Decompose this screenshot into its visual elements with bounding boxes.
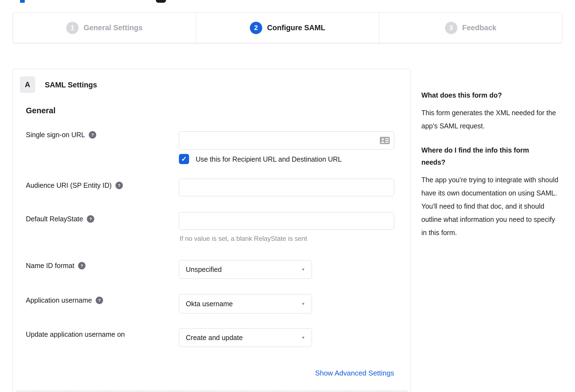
app-username-select[interactable]: Okta username ▼ (179, 294, 312, 313)
audience-uri-label: Audience URI (SP Entity ID) ? (26, 181, 123, 189)
section-divider (16, 391, 407, 391)
audience-uri-label-text: Audience URI (SP Entity ID) (26, 181, 112, 189)
app-username-help-icon[interactable]: ? (96, 297, 103, 304)
sso-url-input[interactable] (179, 131, 394, 150)
step-1-label: General Settings (84, 24, 143, 32)
relaystate-help-icon[interactable]: ? (87, 215, 94, 223)
relaystate-input[interactable] (179, 212, 394, 230)
sidebar-heading-where: Where do I find the info this form needs… (421, 144, 548, 168)
step-configure-saml[interactable]: 2 Configure SAML (196, 13, 379, 43)
sso-url-input-wrap (179, 131, 394, 150)
audience-uri-input[interactable] (179, 179, 394, 196)
use-for-recipient-label[interactable]: Use this for Recipient URL and Destinati… (196, 155, 342, 163)
sso-url-label-text: Single sign-on URL (26, 131, 85, 139)
nameid-format-help-icon[interactable]: ? (78, 262, 85, 269)
step-3-circle: 3 (445, 22, 457, 34)
app-username-label-text: Application username (26, 296, 92, 304)
update-username-label-text: Update application username on (26, 330, 125, 338)
nameid-format-label: Name ID format ? (26, 262, 85, 270)
nameid-format-label-text: Name ID format (26, 262, 74, 270)
header-icon-fragment (156, 0, 166, 3)
show-advanced-settings-link[interactable]: Show Advanced Settings (315, 369, 394, 377)
nameid-format-value: Unspecified (186, 266, 222, 274)
relaystate-label: Default RelayState ? (26, 215, 94, 223)
app-username-value: Okta username (186, 300, 233, 308)
step-1-circle: 1 (66, 22, 79, 34)
step-2-label: Configure SAML (267, 24, 325, 32)
nameid-format-select[interactable]: Unspecified ▼ (179, 260, 312, 279)
contact-card-icon[interactable] (380, 137, 390, 144)
sso-url-help-icon[interactable]: ? (89, 131, 96, 139)
relaystate-hint: If no value is set, a blank RelayState i… (179, 235, 307, 242)
relaystate-input-wrap (179, 212, 394, 230)
step-2-circle: 2 (250, 22, 262, 34)
audience-uri-help-icon[interactable]: ? (115, 182, 123, 189)
sidebar-heading-what: What does this form do? (421, 89, 559, 101)
section-a-badge: A (20, 76, 35, 93)
app-username-label: Application username ? (26, 296, 103, 304)
panel-title: SAML Settings (45, 81, 97, 89)
audience-uri-input-wrap (179, 179, 394, 196)
step-3-label: Feedback (462, 24, 497, 32)
update-username-select[interactable]: Create and update ▼ (179, 328, 312, 347)
sidebar-body-what: This form generates the XML needed for t… (421, 106, 557, 132)
chevron-down-icon: ▼ (301, 335, 305, 340)
sso-url-label: Single sign-on URL ? (26, 131, 96, 139)
update-username-value: Create and update (186, 334, 243, 342)
use-for-recipient-checkbox[interactable]: ✓ (179, 154, 189, 164)
checkmark-icon: ✓ (181, 155, 187, 163)
chevron-down-icon: ▼ (301, 267, 305, 272)
relaystate-label-text: Default RelayState (26, 215, 83, 223)
update-username-label: Update application username on (26, 330, 125, 338)
chevron-down-icon: ▼ (301, 302, 305, 306)
logo-fragment (20, 0, 25, 3)
step-feedback[interactable]: 3 Feedback (379, 13, 562, 43)
sidebar-body-where: The app you're trying to integrate with … (421, 173, 562, 239)
wizard-stepper: 1 General Settings 2 Configure SAML 3 Fe… (13, 12, 562, 43)
step-general-settings[interactable]: 1 General Settings (13, 13, 196, 43)
general-section-heading: General (26, 106, 56, 115)
